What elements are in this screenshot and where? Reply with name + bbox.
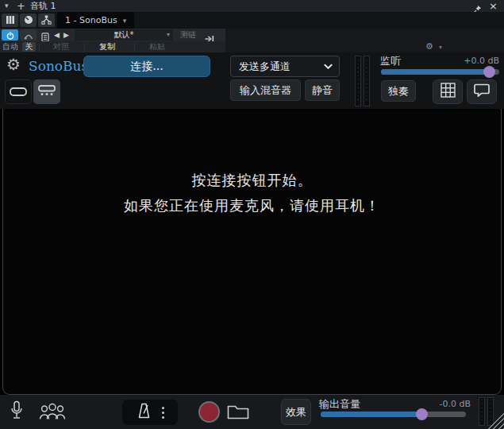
output-slider-knob[interactable] bbox=[416, 408, 428, 420]
mute-button[interactable]: 静音 bbox=[305, 79, 340, 101]
preset-strip: ◀ ▶ 默认* ▾ 测链 bbox=[0, 29, 225, 41]
effects-button[interactable]: 效果 bbox=[281, 399, 311, 425]
sonobus-header: ⚙ SonoBus 连接... 发送多通道 监听 +0.0 dB bbox=[0, 52, 504, 109]
mixer-bars-icon bbox=[6, 13, 15, 28]
multi-strip-icon bbox=[38, 84, 56, 99]
chevron-down-icon[interactable]: ▾ bbox=[439, 42, 442, 53]
chevron-down-icon: ▾ bbox=[123, 17, 127, 25]
automation-arch-icon bbox=[24, 28, 33, 43]
automation-curve-button[interactable] bbox=[20, 29, 37, 41]
divider bbox=[134, 43, 135, 51]
action-strip: 自动 关 对照 复制 粘贴 bbox=[0, 41, 225, 52]
window-title: 音轨 1 bbox=[30, 0, 56, 12]
view-mode-toggle bbox=[5, 79, 60, 104]
copy-button[interactable]: 复制 bbox=[90, 41, 125, 52]
minimal-view-button[interactable] bbox=[5, 79, 32, 104]
gear-icon[interactable]: ⚙ bbox=[425, 41, 433, 52]
meter-bar-right bbox=[487, 397, 494, 426]
sonobus-footer: 效果 输出音量 -0.0 dB bbox=[0, 395, 504, 429]
send-mode-value: 发送多通道 bbox=[239, 60, 290, 74]
monitor-slider[interactable] bbox=[381, 69, 499, 75]
knob-icon bbox=[24, 13, 33, 28]
app-title: SonoBus bbox=[29, 56, 88, 76]
meter-bar-left bbox=[479, 397, 485, 426]
divider bbox=[84, 43, 85, 51]
plugin-enable-button[interactable] bbox=[2, 29, 18, 41]
metronome-options-icon[interactable] bbox=[162, 407, 164, 419]
monitor-db-value: +0.0 dB bbox=[464, 56, 499, 66]
routing-icon bbox=[41, 13, 52, 28]
chevron-down-icon bbox=[324, 60, 333, 72]
knob-view-button[interactable] bbox=[20, 14, 37, 27]
power-icon bbox=[6, 28, 14, 43]
output-level-meter bbox=[479, 397, 495, 426]
folder-icon[interactable] bbox=[227, 402, 249, 424]
paste-button[interactable]: 粘贴 bbox=[140, 41, 175, 52]
group-people-icon[interactable] bbox=[38, 402, 67, 424]
send-mode-dropdown[interactable]: 发送多通道 bbox=[230, 56, 340, 77]
preset-name: 默认* bbox=[75, 29, 173, 41]
automation-label: 自动 bbox=[2, 41, 18, 52]
meter-bar-right bbox=[364, 56, 370, 106]
metronome-panel[interactable] bbox=[122, 400, 178, 425]
microphone-icon[interactable] bbox=[10, 400, 24, 425]
record-button[interactable] bbox=[198, 401, 220, 423]
meter-bar-left bbox=[355, 56, 361, 106]
hint-line-2: 如果您正在使用麦克风，请使用耳机！ bbox=[3, 196, 501, 215]
input-level-meter bbox=[355, 56, 371, 106]
output-volume-label: 输出音量 bbox=[319, 397, 360, 412]
mixer-view-button[interactable] bbox=[2, 14, 18, 27]
preset-dropdown[interactable]: 默认* ▾ bbox=[75, 29, 173, 41]
output-db-value: -0.0 dB bbox=[440, 399, 471, 409]
plugin-tab-label: 1 - SonoBus bbox=[65, 15, 117, 25]
automation-state-toggle[interactable]: 关 bbox=[22, 42, 36, 52]
titlebar: ▾ + 音轨 1 × bbox=[0, 0, 504, 12]
compare-button[interactable]: 对照 bbox=[44, 41, 79, 52]
main-area: 按连接按钮开始。 如果您正在使用麦克风，请使用耳机！ bbox=[2, 109, 502, 395]
grid-icon bbox=[441, 83, 456, 101]
monitor-label: 监听 bbox=[380, 54, 401, 68]
patchbay-button[interactable] bbox=[433, 79, 463, 104]
connect-button[interactable]: 连接... bbox=[83, 56, 210, 77]
output-slider-fill bbox=[321, 412, 422, 417]
chat-bubble-icon bbox=[474, 83, 490, 100]
solo-button[interactable]: 独奏 bbox=[381, 80, 416, 102]
metronome-icon[interactable] bbox=[137, 403, 152, 422]
routing-view-button[interactable] bbox=[38, 14, 55, 27]
divider bbox=[39, 43, 40, 51]
monitor-slider-fill bbox=[381, 69, 490, 75]
sidechain-label[interactable]: 测链 bbox=[180, 29, 196, 41]
add-track-icon[interactable]: + bbox=[17, 0, 25, 12]
window-menu-chevron-icon[interactable]: ▾ bbox=[5, 0, 9, 12]
hint-line-1: 按连接按钮开始。 bbox=[3, 171, 501, 190]
expanded-view-button[interactable] bbox=[33, 79, 60, 104]
close-icon[interactable]: × bbox=[489, 0, 498, 12]
plugin-window: ▾ + 音轨 1 × 1 - SonoBus ▾ bbox=[0, 0, 504, 429]
plugin-toolbar: 1 - SonoBus ▾ bbox=[0, 12, 504, 29]
next-preset-icon[interactable]: ▶ bbox=[63, 29, 69, 41]
output-volume-slider[interactable] bbox=[321, 412, 466, 417]
single-strip-icon bbox=[10, 84, 27, 99]
chevron-down-icon: ▾ bbox=[167, 29, 170, 41]
chat-button[interactable] bbox=[467, 79, 497, 104]
monitor-slider-knob[interactable] bbox=[483, 66, 495, 78]
settings-gear-icon[interactable]: ⚙ bbox=[6, 53, 21, 75]
preset-bar: ◀ ▶ 默认* ▾ 测链 bbox=[0, 29, 504, 41]
action-bar: 自动 关 对照 复制 粘贴 ⚙ ▾ bbox=[0, 41, 504, 52]
prev-preset-icon[interactable]: ◀ bbox=[54, 29, 60, 41]
input-mixer-button[interactable]: 输入混音器 bbox=[230, 79, 301, 101]
plugin-tab[interactable]: 1 - SonoBus ▾ bbox=[57, 12, 134, 29]
